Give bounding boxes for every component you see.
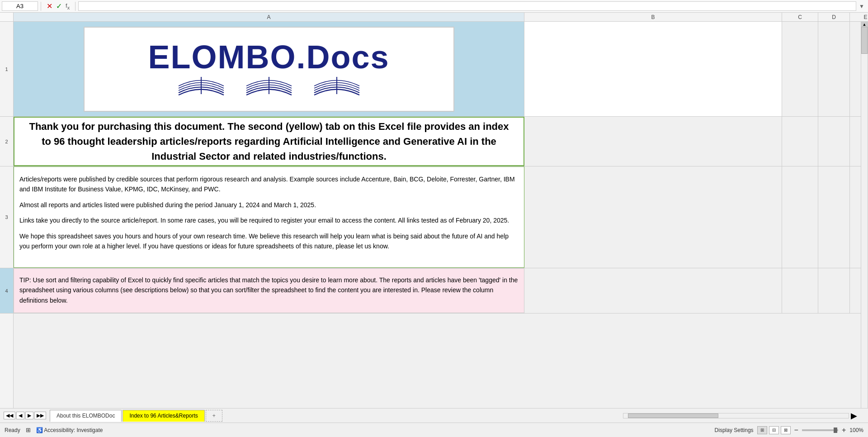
cell-4c bbox=[782, 268, 818, 313]
cell-2d bbox=[818, 117, 850, 166]
row-2: Thank you for purchasing this document. … bbox=[14, 117, 868, 166]
row-num-1[interactable]: 1 bbox=[0, 22, 13, 117]
cell-1c bbox=[782, 22, 818, 116]
status-bar: Ready ⊞ ♿ Accessibility: Investigate Dis… bbox=[0, 423, 868, 437]
row-1: ELOMBO.Docs bbox=[14, 22, 868, 117]
tab-nav-last[interactable]: ▶▶ bbox=[34, 412, 46, 419]
sheet-tabs-bar: ◀◀ ◀ ▶ ▶▶ About this ELOMBODoc Index to … bbox=[0, 408, 868, 423]
tab-new[interactable]: + bbox=[206, 410, 222, 422]
cell-3b bbox=[524, 166, 782, 268]
cell-4d bbox=[818, 268, 850, 313]
logo-text: ELOMBO.Docs bbox=[148, 41, 389, 73]
tab-nav-next[interactable]: ▶ bbox=[25, 412, 33, 419]
col-header-b[interactable]: B bbox=[524, 13, 782, 21]
tab-nav-prev[interactable]: ◀ bbox=[16, 412, 24, 419]
view-icons: ⊞ ⊟ ⊠ bbox=[757, 426, 791, 434]
tab-index[interactable]: Index to 96 Articles&Reports bbox=[123, 410, 204, 422]
h-scroll-right[interactable]: ▶ bbox=[851, 411, 857, 421]
cell-4b bbox=[524, 268, 782, 313]
book-icon-3 bbox=[310, 77, 364, 97]
status-ready: Ready bbox=[5, 427, 20, 433]
row-3: Articles/reports were published by credi… bbox=[14, 166, 868, 268]
status-right: Display Settings ⊞ ⊟ ⊠ − + 100% bbox=[715, 426, 863, 434]
formula-input[interactable]: Articles/reports were published by credi… bbox=[78, 1, 856, 11]
cell-2c bbox=[782, 117, 818, 166]
v-scroll-up[interactable]: ▲ bbox=[861, 22, 868, 27]
formula-divider2 bbox=[75, 2, 75, 11]
confirm-icon[interactable]: ✓ bbox=[56, 2, 62, 10]
tab-new-label: + bbox=[212, 413, 216, 419]
row-numbers: 1 2 3 4 bbox=[0, 22, 14, 437]
col-header-a[interactable]: A bbox=[14, 13, 524, 21]
desc-para-1: Articles/reports were published by credi… bbox=[19, 174, 519, 195]
tab-nav-first[interactable]: ◀◀ bbox=[4, 412, 15, 419]
column-header-row: A B C D E F bbox=[0, 13, 868, 22]
cell-1b bbox=[524, 22, 782, 116]
cell-2b bbox=[524, 117, 782, 166]
accessibility-icon: ♿ bbox=[36, 427, 43, 433]
normal-view-btn[interactable]: ⊞ bbox=[757, 426, 767, 434]
vertical-scrollbar[interactable]: ▲ ▼ bbox=[861, 22, 868, 417]
formula-icons: ✕ ✓ fx bbox=[44, 2, 72, 10]
tab-about-label: About this ELOMBODoc bbox=[57, 413, 115, 419]
zoom-thumb bbox=[834, 428, 837, 433]
cell-reference-box[interactable] bbox=[2, 1, 38, 11]
zoom-slider[interactable] bbox=[802, 429, 838, 431]
tip-cell: TIP: Use sort and filtering capability o… bbox=[14, 268, 524, 313]
display-settings-label[interactable]: Display Settings bbox=[715, 427, 754, 433]
cell-3c bbox=[782, 166, 818, 268]
cancel-icon[interactable]: ✕ bbox=[47, 2, 52, 10]
grid-area: 1 2 3 4 ELOMBO.Docs bbox=[0, 22, 868, 437]
zoom-in-btn[interactable]: + bbox=[842, 426, 846, 434]
cell-3d bbox=[818, 166, 850, 268]
tab-index-label: Index to 96 Articles&Reports bbox=[129, 413, 198, 419]
logo-books bbox=[174, 77, 364, 97]
description-cell: Articles/reports were published by credi… bbox=[14, 166, 524, 268]
formula-expand-icon[interactable]: ▼ bbox=[857, 3, 866, 10]
corner-spacer bbox=[0, 13, 14, 21]
page-break-btn[interactable]: ⊠ bbox=[781, 426, 791, 434]
row-num-3[interactable]: 3 bbox=[0, 166, 13, 268]
cells-area: ELOMBO.Docs bbox=[14, 22, 868, 437]
page-layout-btn[interactable]: ⊟ bbox=[769, 426, 779, 434]
zoom-level: 100% bbox=[849, 427, 863, 433]
tab-about[interactable]: About this ELOMBODoc bbox=[50, 410, 122, 422]
col-header-c[interactable]: C bbox=[782, 13, 818, 21]
function-icon[interactable]: fx bbox=[66, 2, 70, 10]
col-header-e[interactable]: E bbox=[850, 13, 868, 21]
horizontal-scrollbar[interactable] bbox=[623, 413, 849, 418]
book-icon-1 bbox=[174, 77, 228, 97]
welcome-text: Thank you for purchasing this document. … bbox=[24, 119, 514, 164]
book-icon-2 bbox=[242, 77, 296, 97]
page-layout-icon: ⊞ bbox=[26, 427, 31, 433]
desc-para-2: Almost all reports and articles listed w… bbox=[19, 200, 519, 210]
spreadsheet-wrapper: A B C D E F 1 2 3 4 ELOMBO.Docs bbox=[0, 13, 868, 437]
h-scroll-thumb[interactable] bbox=[628, 413, 718, 418]
status-left: Ready ⊞ ♿ Accessibility: Investigate bbox=[5, 427, 103, 433]
row-num-2[interactable]: 2 bbox=[0, 117, 13, 166]
col-header-d[interactable]: D bbox=[818, 13, 850, 21]
desc-para-4: We hope this spreadsheet saves you hours… bbox=[19, 231, 519, 252]
zoom-out-btn[interactable]: − bbox=[794, 426, 798, 434]
formula-bar: ✕ ✓ fx Articles/reports were published b… bbox=[0, 0, 868, 13]
accessibility-label[interactable]: ♿ Accessibility: Investigate bbox=[36, 427, 103, 433]
row-num-4[interactable]: 4 bbox=[0, 268, 13, 314]
desc-para-3: Links take you directly to the source ar… bbox=[19, 215, 519, 225]
logo-cell: ELOMBO.Docs bbox=[14, 22, 524, 116]
row-4: TIP: Use sort and filtering capability o… bbox=[14, 268, 868, 314]
v-scroll-thumb[interactable] bbox=[861, 27, 868, 54]
formula-divider bbox=[41, 2, 41, 11]
cell-1d bbox=[818, 22, 850, 116]
welcome-cell: Thank you for purchasing this document. … bbox=[14, 117, 524, 166]
logo-box: ELOMBO.Docs bbox=[84, 27, 454, 112]
tip-text: TIP: Use sort and filtering capability o… bbox=[19, 276, 518, 304]
